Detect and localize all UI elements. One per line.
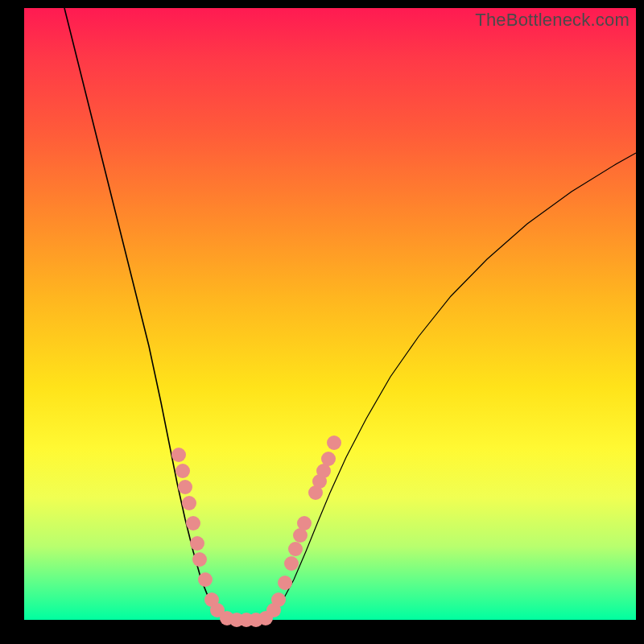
data-point [186, 516, 200, 530]
data-point [288, 542, 303, 556]
data-point [284, 556, 299, 571]
plot-area: TheBottleneck.com [24, 8, 636, 620]
data-point [297, 516, 312, 530]
data-point [175, 464, 190, 478]
data-point [192, 552, 207, 567]
curve-svg [24, 8, 636, 620]
data-point [198, 572, 213, 587]
data-point [171, 448, 186, 462]
left-branch [64, 8, 233, 620]
data-point [190, 536, 204, 551]
data-point [278, 576, 292, 590]
chart-frame: TheBottleneck.com [0, 0, 644, 644]
data-point [178, 480, 192, 494]
data-point [271, 592, 286, 607]
data-point [182, 496, 196, 510]
data-point [327, 436, 341, 450]
right-branch [266, 153, 636, 620]
scatter-points [171, 436, 341, 627]
data-point [321, 452, 336, 466]
